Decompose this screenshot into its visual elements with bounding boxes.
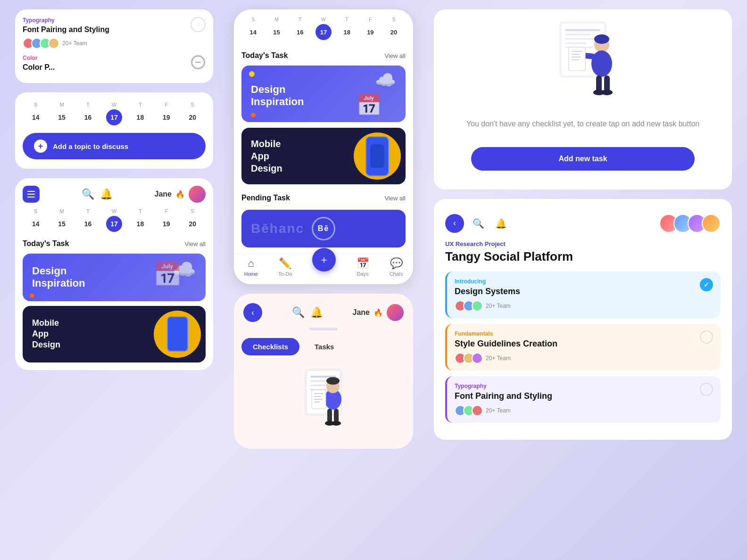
nav-todo[interactable]: ✏️ To-Do bbox=[278, 257, 292, 277]
nav-home[interactable]: ⌂ Home bbox=[244, 257, 258, 277]
project-search-button[interactable]: 🔍 bbox=[470, 215, 487, 232]
week-day-sun: S 14 bbox=[28, 102, 44, 125]
checklist-illustration bbox=[531, 19, 635, 104]
svg-rect-28 bbox=[569, 47, 585, 71]
add-topic-label: Add a topic to discuss bbox=[53, 142, 128, 150]
nav-days[interactable]: 📅 Days bbox=[357, 257, 369, 277]
pending-task-header: Pending Task View all bbox=[234, 190, 413, 204]
fundamentals-task-title: Style Guidelines Creation bbox=[455, 339, 700, 349]
typography-check-button[interactable] bbox=[700, 383, 713, 396]
week-day-tue: T 16 bbox=[80, 102, 96, 125]
svg-rect-10 bbox=[334, 409, 339, 423]
color-task-check-button[interactable] bbox=[191, 55, 206, 70]
top-tasks-card: Typography Font Pairing and Styling 20+ … bbox=[15, 9, 213, 83]
fundamentals-task-item: Fundamentals Style Guidelines Creation 2… bbox=[445, 324, 721, 371]
color-task-row: Color Color P... bbox=[23, 55, 206, 75]
project-title: Tangy Social Platform bbox=[445, 249, 721, 264]
behance-pending-card: Bēhanc Bē bbox=[241, 210, 406, 247]
nav-center-plus[interactable]: ＋ bbox=[312, 257, 336, 277]
color-category-label: Color bbox=[23, 55, 191, 61]
svg-point-12 bbox=[332, 421, 341, 426]
center-plus-button[interactable]: ＋ bbox=[312, 248, 336, 272]
bell-icon[interactable]: 🔔 bbox=[100, 188, 113, 200]
bottom-user-info: Jane 🔥 bbox=[353, 304, 404, 321]
svg-rect-32 bbox=[572, 59, 579, 60]
user-info: Jane 🔥 bbox=[155, 186, 206, 203]
svg-rect-22 bbox=[565, 38, 596, 40]
todays-task-title: Today's Task bbox=[23, 239, 69, 248]
empty-state-text: You don't have any checklist yet, to cre… bbox=[443, 108, 722, 140]
nav-chats[interactable]: 💬 Chats bbox=[390, 257, 403, 277]
pending-task-label: Pending Task bbox=[241, 194, 290, 202]
svg-rect-31 bbox=[572, 57, 581, 58]
todays-task-view-all[interactable]: View all bbox=[184, 240, 206, 247]
fundamentals-check-button[interactable] bbox=[700, 330, 713, 344]
svg-rect-30 bbox=[572, 54, 580, 55]
introducing-team-count: 20+ Team bbox=[486, 303, 511, 309]
week-day-wed[interactable]: W 17 bbox=[106, 102, 122, 125]
svg-point-8 bbox=[326, 377, 340, 385]
phone-week-strip: S14 M15 T16 W17 T18 F19 S20 bbox=[241, 17, 406, 40]
week-day-mon: M 15 bbox=[54, 102, 70, 125]
phone-design-inspo-title: DesignInspiration bbox=[251, 83, 304, 108]
svg-rect-9 bbox=[327, 409, 332, 423]
typography-avatars bbox=[23, 38, 59, 49]
svg-point-36 bbox=[601, 90, 613, 95]
add-new-task-button[interactable]: Add new task bbox=[471, 147, 695, 171]
calendar-add-topic-card: S 14 M 15 T 16 W 17 T 18 bbox=[15, 92, 213, 169]
pending-view-all[interactable]: View all bbox=[384, 195, 406, 202]
phone-week-strip-container: S14 M15 T16 W17 T18 F19 S20 bbox=[234, 9, 413, 51]
svg-rect-17 bbox=[314, 402, 320, 403]
avatar bbox=[472, 300, 483, 312]
introducing-category: Introducing bbox=[455, 278, 700, 285]
search-icon[interactable]: 🔍 bbox=[82, 188, 94, 200]
bottom-phone-card: 🔍 🔔 Jane 🔥 S14 M15 T16 W17 T18 F19 S20 bbox=[15, 178, 213, 370]
empty-checklist-card: You don't have any checklist yet, to cre… bbox=[434, 9, 732, 189]
project-bell-button[interactable]: 🔔 bbox=[492, 215, 509, 232]
svg-rect-3 bbox=[310, 380, 329, 382]
search-icon-bottom[interactable]: 🔍 bbox=[292, 306, 305, 319]
design-inspo-title: DesignInspiration bbox=[32, 265, 85, 290]
tasks-tab[interactable]: Tasks bbox=[303, 338, 345, 355]
fundamentals-team-count: 20+ Team bbox=[486, 355, 511, 362]
fundamentals-category: Fundamentals bbox=[455, 330, 700, 337]
avatar bbox=[472, 405, 483, 416]
phone-view-all[interactable]: View all bbox=[384, 52, 406, 59]
phone-mobile-title: MobileAppDesign bbox=[251, 138, 282, 174]
svg-rect-29 bbox=[572, 51, 582, 52]
checklists-tab[interactable]: Checklists bbox=[241, 338, 299, 355]
days-label: Days bbox=[357, 271, 369, 277]
svg-rect-23 bbox=[565, 42, 586, 44]
bottom-user-avatar bbox=[387, 304, 404, 321]
design-inspiration-card-bottom: DesignInspiration ☁️ 📅 bbox=[23, 254, 206, 301]
menu-icon-button[interactable] bbox=[23, 186, 40, 203]
top-phone-frame: S14 M15 T16 W17 T18 F19 S20 Today's Task… bbox=[234, 9, 413, 284]
bottom-username: Jane bbox=[353, 308, 370, 317]
typography-task-item-title: Font Pairing and Styling bbox=[455, 391, 700, 401]
days-icon: 📅 bbox=[357, 257, 369, 270]
todays-task-section-header: Today's Task View all bbox=[23, 239, 206, 248]
phone-today-task-label: Today's Task bbox=[241, 51, 288, 60]
home-label: Home bbox=[244, 271, 258, 277]
introducing-check-icon[interactable]: ✓ bbox=[700, 278, 713, 291]
typography-team-count: 20+ Team bbox=[62, 40, 87, 47]
project-back-button[interactable]: ‹ bbox=[445, 214, 464, 233]
back-button[interactable]: ‹ bbox=[243, 303, 262, 322]
svg-rect-16 bbox=[314, 399, 323, 400]
todo-label: To-Do bbox=[278, 271, 292, 277]
cloud-icon: ☁️ bbox=[375, 70, 396, 90]
svg-rect-20 bbox=[565, 29, 600, 31]
orange-dot-inspo bbox=[251, 113, 256, 117]
add-topic-button[interactable]: + Add a topic to discuss bbox=[23, 133, 206, 159]
week-day-sat: S 20 bbox=[184, 102, 200, 125]
typography-team-row: 20+ Team bbox=[23, 38, 191, 49]
introducing-task-title: Design Systems bbox=[455, 287, 700, 296]
typography-task-check-button[interactable]: ○ bbox=[191, 17, 206, 32]
typography-task-row: Typography Font Pairing and Styling 20+ … bbox=[23, 17, 206, 49]
bell-icon-bottom[interactable]: 🔔 bbox=[310, 306, 323, 319]
username: Jane bbox=[155, 190, 172, 198]
todo-icon: ✏️ bbox=[279, 257, 291, 270]
phone-device-illustration bbox=[365, 136, 389, 176]
typography-item-team-row: 20+ Team bbox=[455, 405, 700, 416]
phone-nav-bar: ⌂ Home ✏️ To-Do ＋ 📅 Days 💬 bbox=[234, 253, 413, 284]
